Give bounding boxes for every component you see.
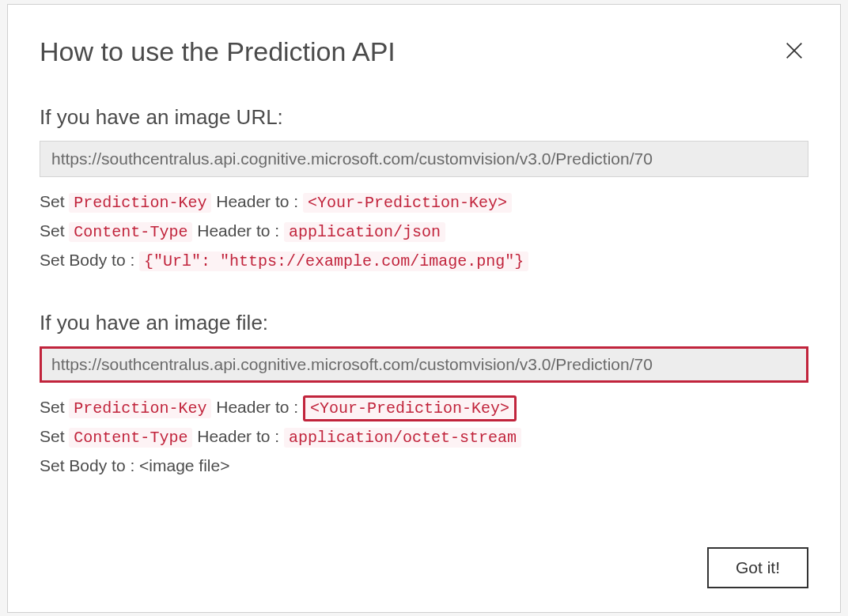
image-url-section: If you have an image URL: https://southc… (40, 105, 808, 276)
prediction-key-value-highlighted: <Your-Prediction-Key> (303, 395, 517, 421)
url-prediction-key-line: Set Prediction-Key Header to : <Your-Pre… (40, 188, 808, 216)
got-it-button[interactable]: Got it! (707, 547, 808, 588)
dialog-header: How to use the Prediction API (40, 36, 808, 67)
image-file-endpoint-box[interactable]: https://southcentralus.api.cognitive.mic… (40, 346, 808, 383)
url-body-line: Set Body to : {"Url": "https://example.c… (40, 247, 808, 274)
prediction-api-dialog: How to use the Prediction API If you hav… (7, 4, 841, 613)
dialog-footer: Got it! (40, 547, 808, 588)
content-type-value: application/json (284, 222, 445, 242)
close-icon (783, 40, 805, 62)
text-label: Set (40, 398, 69, 416)
text-label: Header to : (192, 427, 284, 445)
text-label: Set (40, 427, 69, 445)
content-type-header-name: Content-Type (69, 222, 192, 242)
text-label: Set (40, 221, 69, 240)
prediction-key-value: <Your-Prediction-Key> (303, 193, 512, 213)
text-label: Header to : (211, 192, 303, 210)
text-label: Header to : (192, 221, 284, 240)
url-content-type-line: Set Content-Type Header to : application… (40, 217, 808, 245)
image-url-heading: If you have an image URL: (40, 105, 808, 130)
text-label: Set Body to : (40, 251, 139, 269)
close-button[interactable] (780, 36, 808, 67)
image-url-endpoint-box[interactable]: https://southcentralus.api.cognitive.mic… (40, 141, 808, 177)
text-label: Set (40, 192, 69, 210)
text-label: Header to : (211, 398, 303, 416)
dialog-title: How to use the Prediction API (40, 36, 396, 67)
image-file-heading: If you have an image file: (40, 311, 808, 335)
body-json-value: {"Url": "https://example.com/image.png"} (139, 251, 528, 271)
file-prediction-key-line: Set Prediction-Key Header to : <Your-Pre… (40, 394, 808, 421)
content-type-value: application/octet-stream (284, 428, 521, 448)
file-content-type-line: Set Content-Type Header to : application… (40, 423, 808, 451)
prediction-key-header-name: Prediction-Key (69, 399, 211, 418)
prediction-key-header-name: Prediction-Key (69, 193, 211, 213)
file-body-line: Set Body to : <image file> (40, 452, 808, 479)
content-type-header-name: Content-Type (69, 428, 192, 448)
image-file-section: If you have an image file: https://south… (40, 311, 808, 481)
